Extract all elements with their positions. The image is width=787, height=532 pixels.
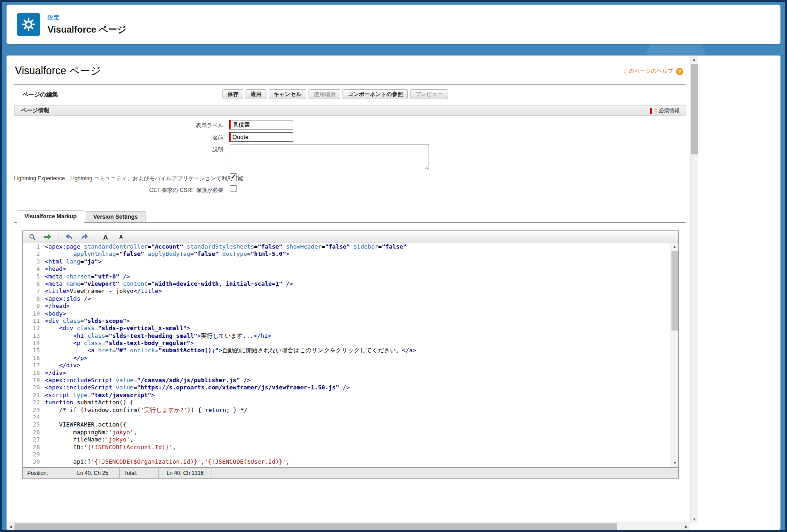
line-number: 20 [23,384,40,391]
editor-toolbar: AA [23,231,678,243]
code-line[interactable]: fileName:'jokyo', [45,436,678,443]
code-line[interactable]: <apex:includeScript value="/canvas/sdk/j… [45,377,678,384]
font-increase-icon[interactable]: A [101,232,111,241]
page-info-form: 表示ラベル 名前 説明 Lightning Experience、Lightni… [14,116,686,206]
editor-scroll-up-icon[interactable]: ▲ [671,243,678,251]
setup-content-panel: Visualforce ページ このページのヘルプ ? ページの編集 保存適用キ… [6,55,781,530]
line-number: 3 [23,258,40,265]
code-line[interactable] [45,414,678,421]
display-label-input[interactable] [229,120,293,129]
csrf-required-label: GET 要求の CSRF 保護が必要 [14,187,223,194]
code-line[interactable]: </div> [45,369,678,377]
component-reference-button[interactable]: コンポーネントの参照 [343,89,408,99]
setup-gear-tile [17,13,40,36]
code-line[interactable]: VIEWFRAMER.action({ [45,421,678,428]
code-line[interactable]: '{!JSENCODE($Api.Session_ID)}','{!JSENCO… [45,466,678,467]
undo-icon[interactable] [64,232,74,241]
editor-vertical-scrollbar[interactable]: ▲ ▼ [671,243,678,467]
tab-version-settings[interactable]: Version Settings [86,211,145,223]
code-line[interactable]: <div class="slds-scope"> [45,317,678,325]
display-label-field-label: 表示ラベル [14,122,223,129]
line-number: 10 [23,310,40,317]
line-number: 31 [23,466,40,467]
search-icon[interactable] [27,232,37,241]
code-line[interactable]: ID:'{!JSENCODE(Account.Id)}', [45,444,678,451]
page-scroll-right-icon[interactable]: ▶ [682,523,690,530]
required-legend: = 必須情報 [650,108,680,114]
page-help-link[interactable]: このページのヘルプ ? [623,67,683,75]
page-info-bar: ページ情報 = 必須情報 [14,105,686,116]
page-horizontal-scrollbar-thumb[interactable] [14,523,617,530]
action-button-row: 保存適用キャンセル使用場所コンポーネントの参照プレビュー [222,89,448,99]
status-total-label: Total: [120,468,159,478]
page-scroll-up-icon[interactable]: ▲ [690,56,698,63]
line-number: 25 [23,421,40,428]
code-lines[interactable]: <apex:page standardController="Account" … [43,243,678,467]
goto-line-icon[interactable] [43,232,53,241]
code-line[interactable]: <apex:slds /> [45,295,678,302]
code-line[interactable]: applyHtmlTag="false" applyBodyTag="false… [45,250,678,258]
setup-header-text: 設定 Visualforce ページ [48,14,126,36]
line-number: 23 [23,407,40,414]
code-line[interactable]: <meta charset="utf-8" /> [45,273,678,280]
code-line[interactable]: /* if (!window.confirm('実行しますか?')) { ret… [45,407,678,414]
code-line[interactable]: </p> [45,355,678,362]
page-horizontal-scrollbar[interactable]: ◀ ▶ [7,522,690,530]
page-edit-section: ページの編集 保存適用キャンセル使用場所コンポーネントの参照プレビュー [14,84,686,105]
line-number: 4 [23,265,40,273]
lightning-available-label: Lightning Experience、Lightning コミュニティ、およ… [14,175,223,182]
redo-icon[interactable] [79,232,89,241]
csrf-required-checkbox[interactable] [230,185,237,192]
code-line[interactable]: <div class="slds-p-vertical_x-small"> [45,325,678,332]
description-textarea[interactable] [230,144,429,170]
code-line[interactable]: <title>ViewFramer - jokyo</title> [45,288,678,295]
line-number: 24 [23,414,40,421]
page-scroll-down-icon[interactable]: ▼ [690,516,698,523]
help-icon[interactable]: ? [676,68,683,75]
name-input[interactable] [229,132,293,142]
cancel-button[interactable]: キャンセル [269,89,306,99]
apply-button[interactable]: 適用 [246,89,266,99]
code-line[interactable]: <html lang="ja"> [45,258,678,265]
tab-visualforce-markup[interactable]: Visualforce Markup [17,211,84,223]
line-number: 13 [23,332,40,340]
line-number-gutter: 1234567891011121314151617181920212223242… [23,243,43,467]
font-decrease-icon[interactable]: A [116,232,126,241]
line-number: 21 [23,392,40,399]
code-line[interactable]: </head> [45,302,678,310]
code-line[interactable]: <a href="#" onclick="submitAction();">自動… [45,347,678,354]
page-scrollbar-thumb[interactable] [691,64,698,154]
where-is-this-used-button: 使用場所 [309,89,340,99]
code-line[interactable]: <h1 class="slds-text-heading_small">実行して… [45,332,678,340]
line-number: 8 [23,295,40,302]
code-area[interactable]: 1234567891011121314151617181920212223242… [23,243,678,467]
edit-section-title: ページの編集 [22,91,58,99]
required-legend-label: = 必須情報 [654,108,680,114]
code-line[interactable]: function submitAction() { [45,399,678,406]
code-line[interactable] [45,451,678,458]
code-line[interactable]: <meta name="viewport" content="width=dev… [45,280,678,288]
code-line[interactable]: <apex:includeScript value="https://s.opr… [45,384,678,391]
code-line[interactable]: <body> [45,310,678,317]
status-position-value: Ln 40, Ch 25 [66,468,120,478]
line-number: 29 [23,451,40,458]
page-vertical-scrollbar[interactable]: ▲ ▼ [690,56,698,523]
code-line[interactable]: <apex:page standardController="Account" … [45,243,678,250]
page-scroll-left-icon[interactable]: ◀ [7,523,14,530]
save-button[interactable]: 保存 [222,89,243,99]
required-marker-icon [650,108,652,114]
lightning-available-checkbox[interactable] [230,173,237,180]
code-line[interactable]: </div> [45,362,678,369]
code-line[interactable]: api:['{!JSENCODE($Organization.Id)}','{!… [45,458,678,465]
code-line[interactable]: mappingNm:'jokyo', [45,429,678,436]
code-line[interactable]: <p class="slds-text-body_regular"> [45,340,678,347]
line-number: 19 [23,377,40,384]
setup-breadcrumb-link[interactable]: 設定 [48,14,126,22]
editor-scroll-down-icon[interactable]: ▼ [671,460,678,467]
gear-icon [22,18,35,31]
editor-scrollbar-thumb[interactable] [671,251,678,331]
editor-status-bar: Position: Ln 40, Ch 25 Total: Ln 40, Ch … [23,467,678,478]
code-line[interactable]: <script type="text/javascript"> [45,392,678,399]
code-line[interactable]: <head> [45,265,678,273]
code-editor: AA 1234567891011121314151617181920212223… [22,230,679,479]
